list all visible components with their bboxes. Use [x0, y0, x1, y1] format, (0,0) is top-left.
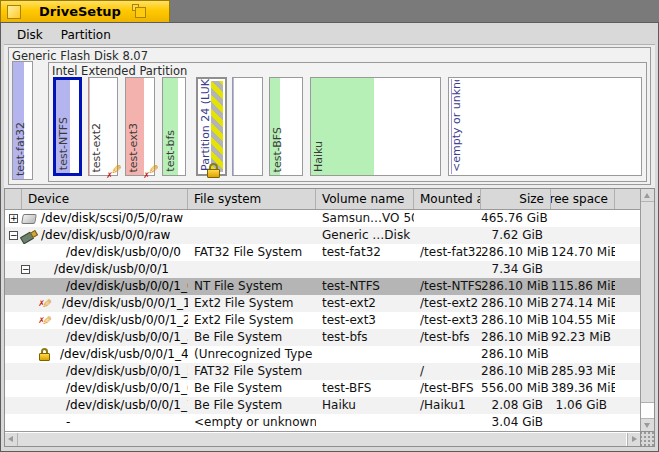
partition-block[interactable]: test-ext2✎✗ [88, 77, 118, 176]
size-cell: 286.10 MiB [481, 346, 551, 363]
partition-block[interactable] [232, 77, 263, 176]
mounted-at-cell [414, 346, 481, 363]
partition-map-panel: Generic Flash Disk 8.07 Intel Extended P… [4, 45, 655, 188]
lock-icon [39, 348, 50, 361]
volume-name-cell [316, 363, 414, 380]
file-system-cell: FAT32 File System [188, 244, 316, 261]
free-space-cell: 124.70 MiB [551, 244, 615, 261]
free-space-cell [551, 346, 615, 363]
disk-box: Generic Flash Disk 8.07 Intel Extended P… [8, 47, 651, 185]
partition-block[interactable]: Haiku [310, 77, 441, 176]
size-cell: 286.10 MiB [481, 244, 551, 261]
scroll-up-button[interactable] [641, 189, 654, 202]
column-header[interactable]: Device [22, 189, 188, 209]
mounted-at-cell: /test-ext2 [414, 295, 481, 312]
column-header[interactable] [615, 189, 640, 209]
partition-block[interactable]: <empty or unknown> [448, 77, 642, 176]
partition-name-label: Partition 24 (LUKS enc… [200, 79, 212, 171]
partition-block[interactable]: Partition 24 (LUKS enc… [196, 77, 227, 176]
free-space-cell: 389.36 MiB [551, 380, 615, 397]
free-space-cell: 1.06 GiB [551, 397, 615, 414]
table-row[interactable]: −/dev/disk/usb/0/0/rawGeneric …Disk 8.07… [5, 227, 640, 244]
horizontal-scrollbar[interactable] [5, 431, 640, 446]
column-header[interactable]: Free space [551, 189, 615, 209]
extended-partition-box: Intel Extended Partition test-NTFStest-e… [48, 62, 647, 182]
device-cell: /dev/disk/usb/0/0/0 [5, 244, 188, 261]
table-row[interactable]: ✎✗/dev/disk/usb/0/0/1_2Ext2 File Systemt… [5, 312, 640, 329]
mounted-at-cell: /Haiku1 [414, 397, 481, 414]
mounted-at-cell: /test-BFS [414, 380, 481, 397]
file-system-cell: (Unrecognized Type 0xe8) [188, 346, 316, 363]
table-row[interactable]: /dev/disk/usb/0/0/1_7Be File SystemHaiku… [5, 397, 640, 414]
table-row[interactable]: +/dev/disk/scsi/0/5/0/rawSamsun…VO 500G4… [5, 210, 640, 227]
partition-name-label: test-BFS [272, 127, 284, 172]
free-space-cell: 92.23 MiB [551, 329, 615, 346]
table-row[interactable]: /dev/disk/usb/0/0/1_3Be File Systemtest-… [5, 329, 640, 346]
device-cell: ✎✗/dev/disk/usb/0/0/1_1 [5, 295, 188, 312]
zoom-large-square-icon [135, 7, 146, 18]
file-system-cell [188, 261, 316, 278]
device-cell: /dev/disk/usb/0/0/1_4 [5, 346, 188, 363]
file-system-cell: Be File System [188, 329, 316, 346]
pencil-cross: ✗ [143, 171, 150, 180]
partition-block[interactable]: test-ext3✎✗ [125, 77, 155, 176]
size-cell: 286.10 MiB [481, 278, 551, 295]
left-arrow-icon [8, 436, 13, 442]
table-row[interactable]: /dev/disk/usb/0/0/1_6Be File Systemtest-… [5, 380, 640, 397]
table-row[interactable]: /dev/disk/usb/0/0/1_5FAT32 File System/2… [5, 363, 640, 380]
partition-block[interactable]: test-BFS [269, 77, 303, 176]
size-cell: 286.10 MiB [481, 363, 551, 380]
scroll-down-button[interactable] [641, 418, 654, 431]
partition-name-label: test-bfs [165, 130, 177, 172]
column-header[interactable] [5, 189, 22, 209]
column-header[interactable]: File system [188, 189, 316, 209]
table-row[interactable]: ✎✗/dev/disk/usb/0/0/1_1Ext2 File Systemt… [5, 295, 640, 312]
menu-partition[interactable]: Partition [52, 26, 120, 44]
file-system-cell [188, 227, 316, 244]
free-space-cell: 274.14 MiB [551, 295, 615, 312]
device-cell: −/dev/disk/usb/0/0/raw [5, 227, 188, 244]
menu-disk[interactable]: Disk [8, 26, 52, 44]
table-row[interactable]: /dev/disk/usb/0/0/0FAT32 File Systemtest… [5, 244, 640, 261]
device-path: /dev/disk/usb/0/0/0 [66, 244, 181, 261]
partition-block[interactable]: test-bfs [162, 77, 186, 176]
zoom-button[interactable] [132, 4, 147, 19]
column-header[interactable]: Mounted at [414, 189, 481, 209]
scroll-left-button[interactable] [5, 433, 18, 446]
vertical-scrollbar-thumb[interactable] [641, 202, 654, 403]
device-path: /dev/disk/usb/0/0/1_2 [62, 312, 188, 329]
resize-grip[interactable] [640, 431, 654, 446]
device-cell: - [5, 414, 188, 431]
partition-name-label: test-fat32 [15, 122, 27, 176]
vertical-scrollbar[interactable] [640, 189, 654, 431]
window-title: DriveSetup [39, 4, 121, 19]
expander-toggle[interactable]: + [9, 214, 18, 223]
table-row[interactable]: −/dev/disk/usb/0/0/17.34 GiB [5, 261, 640, 278]
free-space-cell [551, 414, 615, 431]
size-cell: 286.10 MiB [481, 312, 551, 329]
table-row[interactable]: /dev/disk/usb/0/0/1_4(Unrecognized Type … [5, 346, 640, 363]
partition-name-label: test-ext3 [128, 123, 140, 173]
device-path: /dev/disk/usb/0/0/1_1 [62, 295, 188, 312]
lock-icon [207, 163, 220, 178]
free-space-cell: 115.86 MiB [551, 278, 615, 295]
close-button[interactable] [7, 5, 21, 19]
scroll-right-button[interactable] [627, 433, 640, 446]
table-row[interactable]: /dev/disk/usb/0/0/1_0NT File Systemtest-… [5, 278, 640, 295]
column-header[interactable]: Size [481, 189, 551, 209]
horizontal-scrollbar-thumb[interactable] [18, 433, 626, 446]
volume-name-cell: Samsun…VO 500G [316, 210, 414, 227]
volume-name-cell: test-ext3 [316, 312, 414, 329]
window-title-tab[interactable]: DriveSetup [0, 0, 170, 22]
column-header[interactable]: Volume name [316, 189, 414, 209]
pencil-icon: ✎✗ [39, 297, 52, 310]
partition-block[interactable]: test-fat32 [12, 61, 33, 180]
expander-toggle[interactable]: − [9, 231, 18, 240]
partition-block[interactable]: test-NTFS [53, 77, 82, 176]
expander-toggle[interactable]: − [21, 265, 30, 274]
mounted-at-cell: /test-fat32 [414, 244, 481, 261]
device-path: /dev/disk/usb/0/0/1 [54, 261, 169, 278]
table-row[interactable]: -<empty or unknown>3.04 GiB [5, 414, 640, 431]
free-space-cell [551, 210, 615, 227]
volume-name-cell: test-bfs [316, 329, 414, 346]
